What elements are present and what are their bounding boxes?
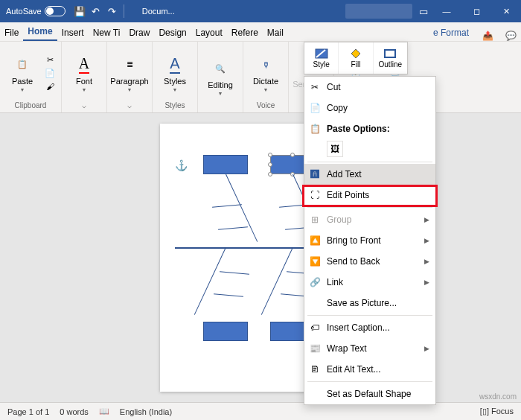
menu-bring-to-front[interactable]: 🔼Bring to Front▶ (304, 230, 435, 251)
bring-front-icon: 🔼 (309, 235, 321, 246)
paste-option-picture-icon[interactable]: 🖼 (327, 141, 343, 157)
paste-button[interactable]: 📋 Paste ▼ (4, 54, 40, 92)
language-indicator[interactable]: English (India) (120, 407, 172, 416)
redo-icon[interactable]: ↷ (104, 3, 121, 19)
resize-handle[interactable] (268, 153, 272, 157)
add-text-icon: 🅰 (309, 169, 321, 179)
resize-handle[interactable] (268, 172, 272, 176)
ribbon-options-icon[interactable]: ▭ (415, 3, 432, 19)
tab-shape-format[interactable]: e Format (429, 25, 475, 41)
autosave-label: AutoSave (6, 7, 42, 16)
user-account[interactable] (345, 4, 412, 19)
menu-wrap-text[interactable]: 📰Wrap Text▶ (304, 338, 435, 359)
shape-rectangle[interactable] (203, 322, 248, 341)
shape-fill-button[interactable]: Fill (339, 42, 373, 74)
group-paragraph: ≣ Paragraph ▼ ⌵ (107, 42, 153, 112)
chevron-right-icon: ▶ (424, 258, 429, 265)
shape-line[interactable] (212, 204, 242, 207)
watermark: wsxdn.com (479, 392, 517, 401)
voice-group-label: Voice (257, 101, 275, 111)
style-icon (315, 48, 328, 59)
paragraph-icon: ≣ (119, 54, 140, 75)
ribbon: 📋 Paste ▼ ✂ 📄 🖌 Clipboard A Font ▼ ⌵ ≣ (0, 42, 521, 113)
page-indicator[interactable]: Page 1 of 1 (7, 407, 49, 416)
document-title: Docum... (142, 7, 175, 16)
autosave-toggle[interactable]: AutoSave (0, 6, 71, 16)
menu-insert-caption[interactable]: 🏷Insert Caption... (304, 317, 435, 338)
shape-rectangle[interactable] (203, 155, 248, 174)
paste-label: Paste (12, 77, 33, 86)
tab-file[interactable]: File (0, 25, 23, 41)
shape-style-button[interactable]: Style (304, 42, 339, 74)
dictate-button[interactable]: 🎙 Dictate ▼ (248, 54, 284, 92)
fill-icon (349, 48, 362, 59)
minimize-button[interactable]: — (432, 0, 461, 22)
resize-handle[interactable] (268, 162, 272, 167)
paste-options-row: 🖼 (304, 139, 435, 160)
chevron-right-icon: ▶ (424, 345, 429, 352)
share-icon[interactable]: 📤 (478, 31, 498, 41)
document-canvas[interactable]: ⚓ ⟳ (0, 113, 521, 402)
format-painter-icon[interactable]: 🖌 (43, 80, 57, 92)
group-clipboard: 📋 Paste ▼ ✂ 📄 🖌 Clipboard (0, 42, 62, 112)
copy-icon: 📄 (309, 103, 321, 113)
group-styles: A Styles ▼ Styles (153, 42, 198, 112)
tab-references[interactable]: Refere (227, 25, 263, 41)
spellcheck-icon[interactable]: 📖 (99, 407, 109, 416)
shape-line[interactable] (194, 247, 226, 315)
group-icon: ⊞ (309, 214, 321, 225)
shape-line[interactable] (226, 174, 258, 242)
close-button[interactable]: ✕ (491, 0, 521, 22)
styles-button[interactable]: A Styles ▼ (157, 54, 193, 92)
menu-copy[interactable]: 📄Copy (304, 98, 435, 118)
anchor-icon: ⚓ (175, 159, 188, 171)
paragraph-button[interactable]: ≣ Paragraph ▼ (112, 54, 147, 92)
svg-rect-1 (385, 50, 395, 57)
paragraph-label: Paragraph (110, 77, 148, 86)
edit-points-icon: ⛶ (309, 190, 321, 200)
cut-icon[interactable]: ✂ (43, 54, 57, 66)
separator (124, 4, 124, 18)
font-button[interactable]: A Font ▼ (66, 54, 102, 92)
menu-edit-points[interactable]: ⛶Edit Points (304, 185, 435, 206)
focus-mode-button[interactable]: [▯] Focus (480, 407, 514, 416)
menu-send-to-back[interactable]: 🔽Send to Back▶ (304, 251, 435, 272)
tab-design[interactable]: Design (154, 25, 191, 41)
resize-handle[interactable] (290, 153, 295, 157)
toggle-off-icon[interactable] (45, 6, 65, 16)
title-bar: AutoSave 💾 ↶ ↷ Docum... ▭ — ◻ ✕ (0, 0, 521, 22)
shape-line[interactable] (220, 271, 249, 274)
search-icon: 🔍 (210, 58, 231, 79)
shape-outline-button[interactable]: Outline (374, 42, 407, 74)
shape-line[interactable] (218, 226, 248, 229)
dictate-label: Dictate (253, 77, 278, 86)
menu-cut[interactable]: ✂Cut (304, 77, 435, 98)
shape-line[interactable] (214, 293, 243, 296)
word-count[interactable]: 0 words (60, 407, 89, 416)
tab-home[interactable]: Home (23, 23, 57, 41)
shape-line[interactable] (261, 247, 293, 315)
editing-button[interactable]: 🔍 Editing ▼ (202, 58, 238, 96)
copy-icon[interactable]: 📄 (43, 67, 57, 79)
group-editing: 🔍 Editing ▼ (198, 42, 243, 112)
menu-link[interactable]: 🔗Link▶ (304, 272, 435, 293)
menu-add-text[interactable]: 🅰Add Text (304, 164, 435, 185)
tab-insert[interactable]: Insert (57, 25, 89, 41)
group-voice: 🎙 Dictate ▼ Voice (243, 42, 289, 112)
menu-set-default-shape[interactable]: Set as Default Shape (304, 384, 435, 404)
cut-icon: ✂ (309, 82, 321, 92)
undo-icon[interactable]: ↶ (88, 3, 104, 19)
menu-edit-alt-text[interactable]: 🖹Edit Alt Text... (304, 359, 435, 380)
maximize-button[interactable]: ◻ (461, 0, 491, 22)
menu-save-as-picture[interactable]: Save as Picture... (304, 293, 435, 314)
editing-label: Editing (208, 80, 233, 89)
tab-new[interactable]: New Ti (89, 25, 125, 41)
chevron-down-icon: ▼ (82, 87, 87, 92)
tab-mailings[interactable]: Mail (263, 25, 288, 41)
comments-icon[interactable]: 💬 (501, 31, 521, 41)
save-icon[interactable]: 💾 (71, 3, 88, 19)
tab-draw[interactable]: Draw (124, 25, 154, 41)
styles-group-label: Styles (164, 101, 185, 111)
tab-layout[interactable]: Layout (191, 25, 227, 41)
font-icon: A (74, 54, 95, 75)
